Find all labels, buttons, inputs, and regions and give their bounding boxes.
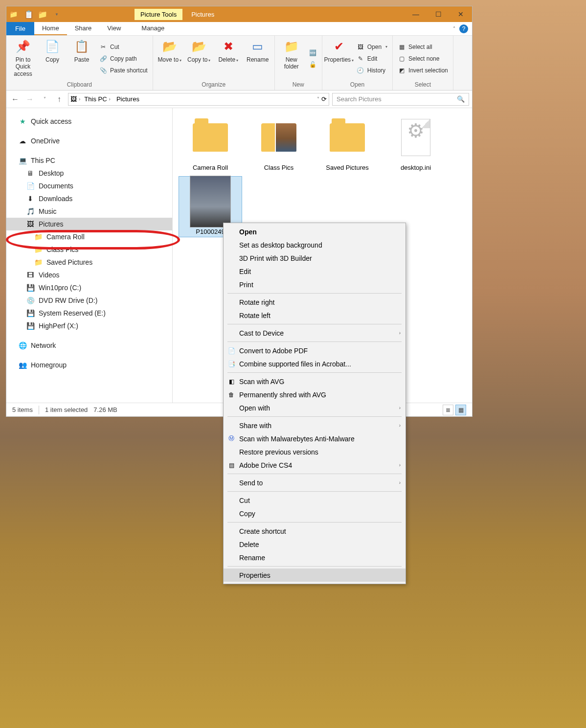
- sidebar-item-cameraroll[interactable]: 📁Camera Roll: [6, 230, 172, 243]
- submenu-icon: ›: [399, 423, 401, 428]
- tab-share[interactable]: Share: [67, 22, 100, 35]
- ctx-cast[interactable]: Cast to Device›: [224, 326, 406, 340]
- ctx-open[interactable]: Open: [224, 225, 406, 238]
- ctx-setbg[interactable]: Set as desktop background: [224, 238, 406, 251]
- ctx-openwith[interactable]: Open with›: [224, 401, 406, 414]
- refresh-button[interactable]: ⟳: [321, 95, 327, 103]
- ctx-rotr[interactable]: Rotate right: [224, 296, 406, 309]
- addr-seg-pictures[interactable]: Pictures: [114, 95, 141, 103]
- sidebar-item-documents[interactable]: 📄Documents: [6, 180, 172, 192]
- addr-chevron[interactable]: ›: [79, 96, 80, 102]
- addr-seg-pc[interactable]: This PC ›: [82, 95, 113, 103]
- delete-button[interactable]: ✖Delete▾: [215, 37, 242, 65]
- open-button[interactable]: 🖼Open▾: [355, 42, 389, 52]
- ctx-cut[interactable]: Cut: [224, 494, 406, 507]
- tab-view[interactable]: View: [99, 22, 129, 35]
- view-details-button[interactable]: ≣: [443, 405, 453, 415]
- addr-dropdown-icon[interactable]: ˅: [317, 96, 319, 102]
- tab-manage[interactable]: Manage: [134, 22, 172, 35]
- sidebar-item-highperf[interactable]: 💾HighPerf (X:): [6, 319, 172, 332]
- moveto-button[interactable]: 📂Move to▾: [156, 37, 183, 65]
- ctx-sep: [227, 372, 402, 373]
- copypath-button[interactable]: 🔗Copy path: [97, 54, 150, 64]
- sidebar-item-downloads[interactable]: ⬇Downloads: [6, 192, 172, 205]
- sidebar-item-pictures[interactable]: 🖼Pictures: [6, 218, 172, 230]
- search-box[interactable]: Search Pictures 🔍: [332, 93, 469, 106]
- sidebar-item-savedpics[interactable]: 📁Saved Pictures: [6, 256, 172, 269]
- rename-button[interactable]: ▭Rename: [244, 37, 271, 65]
- ctx-print[interactable]: Print: [224, 278, 406, 291]
- ctx-copy[interactable]: Copy: [224, 507, 406, 520]
- maximize-button[interactable]: ☐: [427, 6, 450, 22]
- edit-button[interactable]: ✎Edit: [355, 54, 389, 64]
- cut-button[interactable]: ✂Cut: [97, 42, 150, 52]
- newitem-button[interactable]: 🆕: [307, 48, 319, 58]
- ctx-adobecs4[interactable]: ▤Adobe Drive CS4›: [224, 458, 406, 472]
- app-icon[interactable]: 📁: [8, 9, 18, 19]
- qat-newfolder-icon[interactable]: 📁: [37, 8, 48, 20]
- qat-dropdown-icon[interactable]: ▼: [50, 8, 62, 20]
- collapse-ribbon-icon[interactable]: ˄: [453, 26, 455, 31]
- pasteshortcut-button[interactable]: 📎Paste shortcut: [97, 66, 150, 75]
- easyaccess-button[interactable]: 🔓: [307, 60, 319, 69]
- sidebar-item-network[interactable]: 🌐Network: [6, 339, 172, 352]
- forward-button[interactable]: →: [24, 93, 36, 105]
- paste-button[interactable]: 📋Paste: [68, 37, 95, 65]
- sidebar-item-thispc[interactable]: 💻This PC: [6, 154, 172, 167]
- properties-button[interactable]: ✔Properties▾: [325, 37, 353, 65]
- ctx-shredavg[interactable]: 🗑Permanently shred with AVG: [224, 388, 406, 401]
- view-thumbnails-button[interactable]: ▦: [455, 405, 466, 415]
- history-icon: 🕘: [357, 67, 364, 74]
- item-cameraroll[interactable]: Camera Roll: [179, 114, 242, 171]
- sidebar-item-dvd[interactable]: 💿DVD RW Drive (D:): [6, 294, 172, 307]
- ctx-combine[interactable]: 📑Combine supported files in Acrobat...: [224, 357, 406, 370]
- sidebar-item-quickaccess[interactable]: ★Quick access: [6, 115, 172, 128]
- address-bar[interactable]: 🖼 › This PC › Pictures ˅ ⟳: [68, 93, 329, 106]
- ctx-rotl[interactable]: Rotate left: [224, 309, 406, 322]
- ctx-delete[interactable]: Delete: [224, 538, 406, 551]
- recent-dropdown[interactable]: ˅: [39, 93, 50, 105]
- copy-button[interactable]: 📄Copy: [39, 37, 66, 65]
- ctx-properties[interactable]: Properties: [224, 569, 406, 582]
- ctx-sendto[interactable]: Send to›: [224, 476, 406, 489]
- ctx-createsc[interactable]: Create shortcut: [224, 524, 406, 538]
- sidebar-item-desktop[interactable]: 🖥Desktop: [6, 167, 172, 180]
- copyto-button[interactable]: 📂Copy to▾: [185, 37, 213, 65]
- history-button[interactable]: 🕘History: [355, 66, 389, 75]
- pin-button[interactable]: 📌Pin to Quick access: [9, 37, 37, 79]
- minimize-button[interactable]: —: [405, 6, 427, 22]
- item-savedpics[interactable]: Saved Pictures: [316, 114, 379, 171]
- ctx-restore[interactable]: Restore previous versions: [224, 445, 406, 458]
- ctx-edit[interactable]: Edit: [224, 265, 406, 278]
- sidebar-item-win10[interactable]: 💾Win10pro (C:): [6, 281, 172, 294]
- sidebar-item-classpics[interactable]: 📁Class Pics: [6, 243, 172, 256]
- qat-properties-icon[interactable]: 📋: [23, 8, 35, 20]
- newfolder-button[interactable]: 📁New folder: [278, 37, 305, 72]
- sidebar-item-videos[interactable]: 🎞Videos: [6, 269, 172, 281]
- ctx-rename[interactable]: Rename: [224, 551, 406, 564]
- tab-home[interactable]: Home: [34, 22, 67, 35]
- sidebar-item-sysres[interactable]: 💾System Reserved (E:): [6, 307, 172, 319]
- item-classpics[interactable]: Class Pics: [247, 114, 311, 171]
- ctx-3dprint[interactable]: 3D Print with 3D Builder: [224, 251, 406, 265]
- ctx-sharewith[interactable]: Share with›: [224, 419, 406, 432]
- malwarebytes-icon: Ⓜ: [227, 435, 235, 443]
- ribbon: 📌Pin to Quick access 📄Copy 📋Paste ✂Cut 🔗…: [6, 36, 472, 91]
- invertselection-button[interactable]: ◩Invert selection: [396, 66, 450, 75]
- selectall-button[interactable]: ▦Select all: [396, 42, 450, 52]
- help-button[interactable]: ?: [459, 24, 468, 33]
- sidebar-item-music[interactable]: 🎵Music: [6, 205, 172, 218]
- ctx-scanavg[interactable]: ◧Scan with AVG: [224, 375, 406, 388]
- item-desktopini[interactable]: ⚙desktop.ini: [384, 114, 448, 171]
- copypath-label: Copy path: [110, 55, 137, 62]
- tab-file[interactable]: File: [6, 22, 34, 35]
- back-button[interactable]: ←: [9, 93, 21, 105]
- ctx-malware[interactable]: ⓂScan with Malwarebytes Anti-Malware: [224, 432, 406, 445]
- sidebar-item-homegroup[interactable]: 👥Homegroup: [6, 359, 172, 371]
- contextual-tab[interactable]: Picture Tools: [135, 9, 182, 20]
- ctx-convpdf[interactable]: 📄Convert to Adobe PDF: [224, 344, 406, 357]
- close-button[interactable]: ✕: [450, 6, 472, 22]
- sidebar-item-onedrive[interactable]: ☁OneDrive: [6, 135, 172, 147]
- selectnone-button[interactable]: ▢Select none: [396, 54, 450, 64]
- up-button[interactable]: ↑: [53, 93, 65, 105]
